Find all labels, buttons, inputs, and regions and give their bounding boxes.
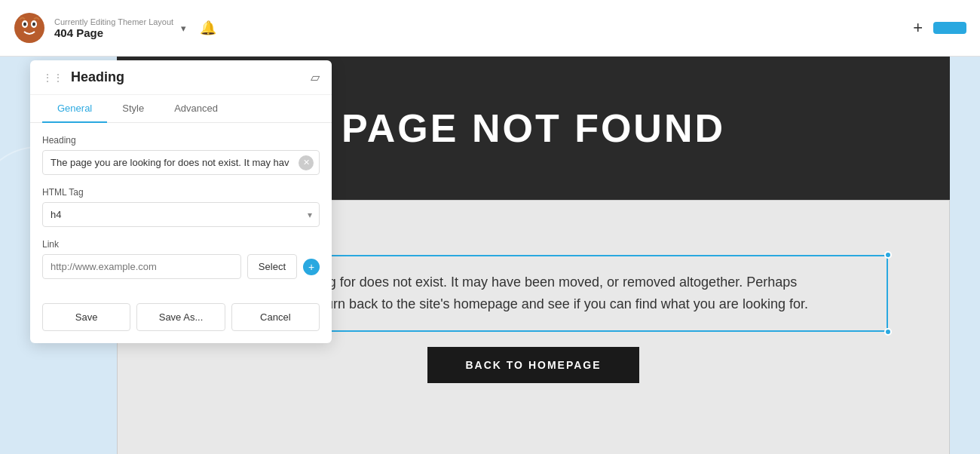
link-input[interactable] [42, 254, 241, 279]
link-field-label: Link [42, 239, 320, 250]
svg-point-4 [32, 23, 35, 26]
html-tag-wrapper: h1 h2 h3 h4 h5 h6 p div ▾ [42, 202, 320, 227]
panel-footer: Save Save As... Cancel [30, 303, 332, 343]
heading-input-wrapper: ✕ [42, 150, 320, 175]
tab-style[interactable]: Style [107, 95, 159, 123]
heading-clear-icon[interactable]: ✕ [299, 155, 314, 170]
heading-panel: ⋮⋮ Heading ▱ General Style Advanced Head… [30, 60, 332, 343]
panel-body: Heading ✕ HTML Tag h1 h2 h3 h4 h5 h6 p d… [30, 123, 332, 303]
add-icon[interactable]: + [913, 18, 923, 38]
bell-icon[interactable]: 🔔 [200, 20, 216, 36]
chevron-down-icon[interactable]: ▾ [181, 23, 186, 34]
heading-input[interactable] [42, 150, 320, 175]
done-button[interactable] [933, 22, 966, 34]
editing-title-area: Currently Editing Themer Layout 404 Page [54, 17, 173, 39]
save-button[interactable]: Save [42, 303, 130, 331]
link-add-icon[interactable]: + [303, 259, 320, 275]
save-as-button[interactable]: Save As... [136, 303, 225, 331]
drag-handle-icon[interactable]: ⋮⋮ [42, 72, 63, 84]
link-row: Select + [42, 254, 320, 279]
page-name: 404 Page [54, 26, 173, 39]
minimize-icon[interactable]: ▱ [311, 70, 320, 84]
hero-title: PAGE NOT FOUND [341, 106, 725, 151]
logo-icon [14, 12, 45, 44]
corner-dot-br [884, 328, 892, 336]
svg-point-3 [23, 23, 26, 26]
html-tag-label: HTML Tag [42, 187, 320, 198]
select-button[interactable]: Select [247, 254, 297, 279]
canvas-area: PAGE NOT FOUND ✥ ✎ ⧉ ⊞ ✕ [0, 57, 980, 454]
html-tag-select[interactable]: h1 h2 h3 h4 h5 h6 p div [42, 202, 320, 227]
tab-general[interactable]: General [42, 95, 107, 123]
cancel-button[interactable]: Cancel [231, 303, 320, 331]
tab-advanced[interactable]: Advanced [159, 95, 233, 123]
heading-field-label: Heading [42, 135, 320, 146]
panel-tabs: General Style Advanced [30, 95, 332, 123]
panel-header: ⋮⋮ Heading ▱ [30, 60, 332, 95]
corner-dot-tr [884, 251, 892, 259]
svg-point-0 [14, 13, 44, 43]
top-bar: Currently Editing Themer Layout 404 Page… [0, 0, 980, 57]
back-to-homepage-button[interactable]: BACK TO HOMEPAGE [427, 347, 639, 383]
editing-subtitle: Currently Editing Themer Layout [54, 17, 173, 26]
panel-title: Heading [71, 69, 311, 85]
